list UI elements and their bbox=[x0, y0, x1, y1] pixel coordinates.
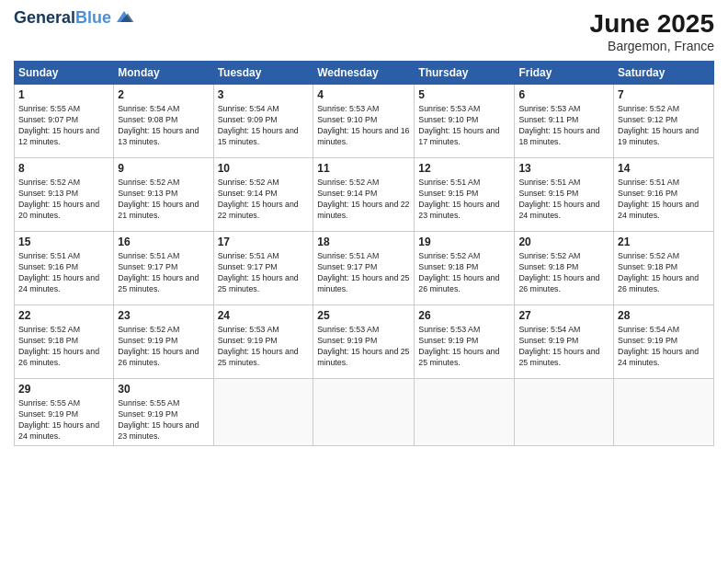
calendar-cell: 25Sunrise: 5:53 AMSunset: 9:19 PMDayligh… bbox=[313, 305, 415, 379]
day-info: Sunrise: 5:53 AMSunset: 9:11 PMDaylight:… bbox=[518, 104, 609, 148]
day-info: Sunrise: 5:54 AMSunset: 9:19 PMDaylight:… bbox=[518, 325, 609, 369]
day-number: 25 bbox=[317, 308, 410, 323]
day-info: Sunrise: 5:55 AMSunset: 9:07 PMDaylight:… bbox=[18, 104, 109, 148]
day-number: 22 bbox=[18, 308, 109, 323]
day-number: 29 bbox=[18, 382, 109, 396]
day-info: Sunrise: 5:52 AMSunset: 9:19 PMDaylight:… bbox=[118, 325, 209, 369]
day-info: Sunrise: 5:52 AMSunset: 9:13 PMDaylight:… bbox=[18, 178, 109, 222]
day-number: 8 bbox=[18, 161, 109, 176]
calendar-table: SundayMondayTuesdayWednesdayThursdayFrid… bbox=[14, 61, 714, 446]
day-info: Sunrise: 5:54 AMSunset: 9:08 PMDaylight:… bbox=[118, 104, 209, 148]
calendar-cell bbox=[213, 379, 313, 446]
day-number: 30 bbox=[118, 382, 209, 396]
calendar-cell: 10Sunrise: 5:52 AMSunset: 9:14 PMDayligh… bbox=[213, 158, 313, 232]
calendar-cell: 14Sunrise: 5:51 AMSunset: 9:16 PMDayligh… bbox=[614, 158, 714, 232]
calendar-cell: 11Sunrise: 5:52 AMSunset: 9:14 PMDayligh… bbox=[313, 158, 415, 232]
calendar-cell: 26Sunrise: 5:53 AMSunset: 9:19 PMDayligh… bbox=[415, 305, 515, 379]
day-number: 16 bbox=[118, 235, 209, 249]
day-info: Sunrise: 5:52 AMSunset: 9:18 PMDaylight:… bbox=[418, 251, 510, 295]
calendar-cell: 27Sunrise: 5:54 AMSunset: 9:19 PMDayligh… bbox=[515, 305, 614, 379]
calendar-cell: 29Sunrise: 5:55 AMSunset: 9:19 PMDayligh… bbox=[15, 379, 114, 446]
day-number: 20 bbox=[518, 235, 609, 249]
week-row-2: 8Sunrise: 5:52 AMSunset: 9:13 PMDaylight… bbox=[15, 158, 714, 232]
day-number: 6 bbox=[518, 87, 609, 102]
day-info: Sunrise: 5:52 AMSunset: 9:14 PMDaylight:… bbox=[317, 178, 410, 222]
day-number: 28 bbox=[618, 308, 710, 323]
calendar-cell: 13Sunrise: 5:51 AMSunset: 9:15 PMDayligh… bbox=[515, 158, 614, 232]
day-number: 11 bbox=[317, 161, 410, 176]
month-title: June 2025 bbox=[590, 9, 714, 39]
day-info: Sunrise: 5:53 AMSunset: 9:19 PMDaylight:… bbox=[418, 325, 510, 369]
day-number: 17 bbox=[218, 235, 310, 249]
day-number: 4 bbox=[317, 87, 410, 102]
calendar-cell: 17Sunrise: 5:51 AMSunset: 9:17 PMDayligh… bbox=[213, 232, 313, 305]
day-number: 15 bbox=[18, 235, 109, 249]
day-info: Sunrise: 5:52 AMSunset: 9:18 PMDaylight:… bbox=[618, 251, 710, 295]
day-info: Sunrise: 5:52 AMSunset: 9:18 PMDaylight:… bbox=[518, 251, 609, 295]
calendar-header-row: SundayMondayTuesdayWednesdayThursdayFrid… bbox=[15, 62, 714, 85]
day-number: 2 bbox=[118, 87, 209, 102]
calendar-cell: 6Sunrise: 5:53 AMSunset: 9:11 PMDaylight… bbox=[515, 85, 614, 158]
column-header-saturday: Saturday bbox=[614, 62, 714, 85]
calendar-cell: 9Sunrise: 5:52 AMSunset: 9:13 PMDaylight… bbox=[114, 158, 213, 232]
day-number: 13 bbox=[518, 161, 609, 176]
calendar-cell: 16Sunrise: 5:51 AMSunset: 9:17 PMDayligh… bbox=[114, 232, 213, 305]
day-number: 26 bbox=[418, 308, 510, 323]
week-row-3: 15Sunrise: 5:51 AMSunset: 9:16 PMDayligh… bbox=[15, 232, 714, 305]
calendar-cell bbox=[515, 379, 614, 446]
calendar-cell: 21Sunrise: 5:52 AMSunset: 9:18 PMDayligh… bbox=[614, 232, 714, 305]
calendar-cell: 22Sunrise: 5:52 AMSunset: 9:18 PMDayligh… bbox=[15, 305, 114, 379]
day-number: 1 bbox=[18, 87, 109, 102]
header: GeneralBlue June 2025 Bargemon, France bbox=[14, 9, 714, 53]
calendar-cell: 5Sunrise: 5:53 AMSunset: 9:10 PMDaylight… bbox=[415, 85, 515, 158]
calendar-cell: 2Sunrise: 5:54 AMSunset: 9:08 PMDaylight… bbox=[114, 85, 213, 158]
day-number: 21 bbox=[618, 235, 710, 249]
day-info: Sunrise: 5:55 AMSunset: 9:19 PMDaylight:… bbox=[18, 398, 109, 442]
calendar-cell bbox=[614, 379, 714, 446]
day-info: Sunrise: 5:51 AMSunset: 9:15 PMDaylight:… bbox=[418, 178, 510, 222]
logo-text: GeneralBlue bbox=[14, 9, 111, 28]
page-container: GeneralBlue June 2025 Bargemon, France S… bbox=[0, 0, 728, 455]
column-header-wednesday: Wednesday bbox=[313, 62, 415, 85]
day-number: 9 bbox=[118, 161, 209, 176]
day-number: 3 bbox=[218, 87, 310, 102]
day-number: 12 bbox=[418, 161, 510, 176]
day-number: 24 bbox=[218, 308, 310, 323]
calendar-cell: 7Sunrise: 5:52 AMSunset: 9:12 PMDaylight… bbox=[614, 85, 714, 158]
calendar-cell: 20Sunrise: 5:52 AMSunset: 9:18 PMDayligh… bbox=[515, 232, 614, 305]
day-info: Sunrise: 5:53 AMSunset: 9:19 PMDaylight:… bbox=[218, 325, 310, 369]
calendar-cell: 30Sunrise: 5:55 AMSunset: 9:19 PMDayligh… bbox=[114, 379, 213, 446]
calendar-cell: 15Sunrise: 5:51 AMSunset: 9:16 PMDayligh… bbox=[15, 232, 114, 305]
day-info: Sunrise: 5:51 AMSunset: 9:16 PMDaylight:… bbox=[18, 251, 109, 295]
logo-icon bbox=[113, 7, 135, 26]
calendar-cell: 3Sunrise: 5:54 AMSunset: 9:09 PMDaylight… bbox=[213, 85, 313, 158]
week-row-1: 1Sunrise: 5:55 AMSunset: 9:07 PMDaylight… bbox=[15, 85, 714, 158]
calendar-cell bbox=[415, 379, 515, 446]
day-info: Sunrise: 5:53 AMSunset: 9:19 PMDaylight:… bbox=[317, 325, 410, 369]
day-number: 5 bbox=[418, 87, 510, 102]
week-row-4: 22Sunrise: 5:52 AMSunset: 9:18 PMDayligh… bbox=[15, 305, 714, 379]
calendar-cell: 19Sunrise: 5:52 AMSunset: 9:18 PMDayligh… bbox=[415, 232, 515, 305]
calendar-cell: 4Sunrise: 5:53 AMSunset: 9:10 PMDaylight… bbox=[313, 85, 415, 158]
logo: GeneralBlue bbox=[14, 9, 135, 28]
day-number: 7 bbox=[618, 87, 710, 102]
day-info: Sunrise: 5:51 AMSunset: 9:16 PMDaylight:… bbox=[618, 178, 710, 222]
day-number: 27 bbox=[518, 308, 609, 323]
day-info: Sunrise: 5:52 AMSunset: 9:12 PMDaylight:… bbox=[618, 104, 710, 148]
day-number: 19 bbox=[418, 235, 510, 249]
calendar-cell: 1Sunrise: 5:55 AMSunset: 9:07 PMDaylight… bbox=[15, 85, 114, 158]
column-header-monday: Monday bbox=[114, 62, 213, 85]
column-header-thursday: Thursday bbox=[415, 62, 515, 85]
location-subtitle: Bargemon, France bbox=[590, 39, 714, 53]
calendar-cell: 23Sunrise: 5:52 AMSunset: 9:19 PMDayligh… bbox=[114, 305, 213, 379]
day-info: Sunrise: 5:51 AMSunset: 9:17 PMDaylight:… bbox=[118, 251, 209, 295]
column-header-friday: Friday bbox=[515, 62, 614, 85]
day-info: Sunrise: 5:54 AMSunset: 9:09 PMDaylight:… bbox=[218, 104, 310, 148]
calendar-cell: 28Sunrise: 5:54 AMSunset: 9:19 PMDayligh… bbox=[614, 305, 714, 379]
week-row-5: 29Sunrise: 5:55 AMSunset: 9:19 PMDayligh… bbox=[15, 379, 714, 446]
day-number: 23 bbox=[118, 308, 209, 323]
day-info: Sunrise: 5:51 AMSunset: 9:17 PMDaylight:… bbox=[218, 251, 310, 295]
day-info: Sunrise: 5:52 AMSunset: 9:18 PMDaylight:… bbox=[18, 325, 109, 369]
day-number: 14 bbox=[618, 161, 710, 176]
title-area: June 2025 Bargemon, France bbox=[590, 9, 714, 53]
